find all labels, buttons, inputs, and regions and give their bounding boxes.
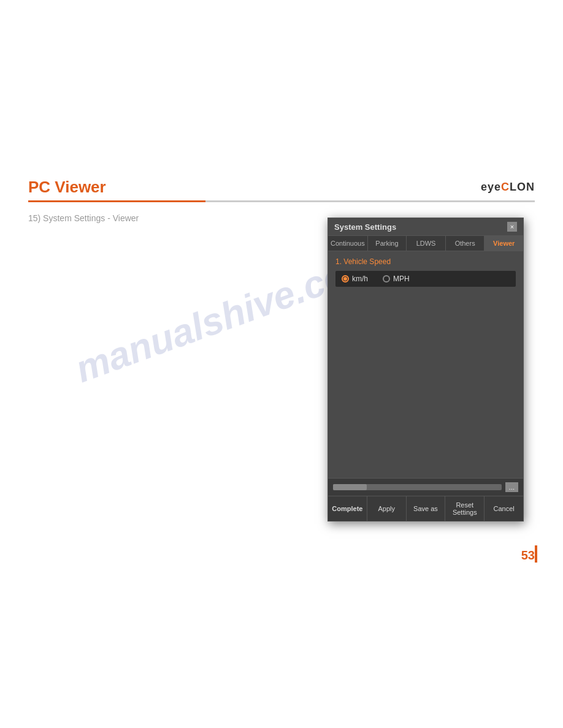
- tab-ldws[interactable]: LDWS: [407, 236, 446, 251]
- tab-viewer[interactable]: Viewer: [484, 236, 523, 251]
- page-number: 53: [521, 548, 535, 563]
- progress-bar-fill: [333, 484, 367, 490]
- tab-others[interactable]: Others: [446, 236, 485, 251]
- mph-label: MPH: [393, 275, 410, 283]
- dialog-titlebar: System Settings ×: [328, 218, 523, 236]
- dialog-progress-area: ...: [328, 478, 523, 496]
- apply-button[interactable]: Apply: [367, 496, 407, 521]
- header-divider: [28, 200, 535, 202]
- dialog-tabs: Continuous Parking LDWS Others Viewer: [328, 236, 523, 251]
- dialog-title: System Settings: [334, 222, 396, 232]
- progress-dots-button[interactable]: ...: [505, 482, 518, 492]
- tab-parking[interactable]: Parking: [368, 236, 407, 251]
- dialog-body: 1. Vehicle Speed km/h MPH: [328, 251, 523, 478]
- kmh-label: km/h: [352, 275, 368, 283]
- reset-settings-button[interactable]: Reset Settings: [445, 496, 484, 521]
- section-subtitle: 15) System Settings - Viewer: [28, 213, 139, 223]
- page-number-bar: [535, 545, 537, 563]
- tab-continuous[interactable]: Continuous: [328, 236, 368, 251]
- vehicle-speed-section-title: 1. Vehicle Speed: [335, 257, 516, 266]
- cancel-button[interactable]: Cancel: [484, 496, 523, 521]
- page-title: PC Viewer: [28, 178, 535, 197]
- kmh-radio-circle[interactable]: [342, 275, 349, 282]
- mph-option[interactable]: MPH: [383, 275, 410, 283]
- save-as-button[interactable]: Save as: [407, 496, 446, 521]
- complete-button[interactable]: Complete: [328, 496, 367, 521]
- dialog-close-button[interactable]: ×: [507, 222, 517, 232]
- page-header: PC Viewer: [28, 178, 535, 202]
- progress-bar-track: [333, 484, 502, 490]
- system-settings-dialog: System Settings × Continuous Parking LDW…: [327, 218, 524, 521]
- mph-radio-circle[interactable]: [383, 275, 390, 282]
- kmh-option[interactable]: km/h: [342, 275, 368, 283]
- speed-unit-radio-group: km/h MPH: [335, 271, 516, 287]
- dialog-footer: Complete Apply Save as Reset Settings Ca…: [328, 496, 523, 521]
